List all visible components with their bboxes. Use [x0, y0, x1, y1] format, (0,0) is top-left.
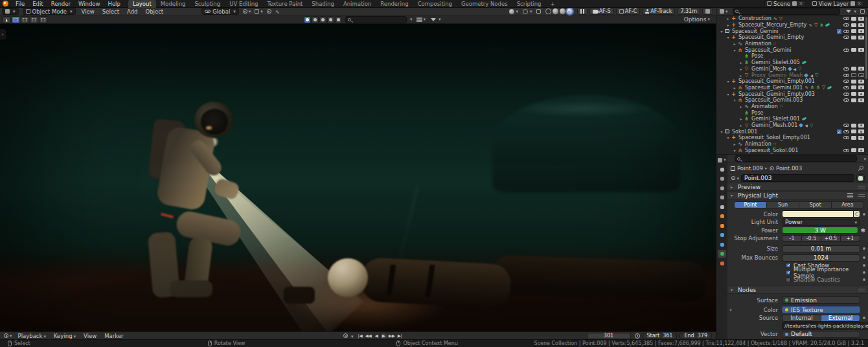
panel-menu-icon[interactable] [847, 193, 853, 197]
outliner-sync-icon[interactable] [858, 8, 867, 16]
disable-render-toggle[interactable] [858, 73, 864, 77]
af-continuous-button[interactable]: AF-C [616, 8, 641, 15]
collapse-arrow-icon[interactable]: ▸ [725, 16, 731, 21]
viewport-menu-view[interactable]: View [78, 8, 98, 16]
hide-eye-toggle[interactable] [843, 136, 849, 139]
filter-toggle-5[interactable] [335, 16, 342, 23]
outliner-row[interactable]: ▾⋔Spacesuit_Gemini [716, 47, 868, 53]
outliner-row[interactable]: ▾Spacesuit_Gemini [716, 28, 868, 34]
menu-help[interactable]: Help [104, 0, 124, 8]
light-extra-button[interactable] [856, 174, 865, 182]
ies-texture-node-button[interactable]: IES Texture [782, 306, 860, 313]
frame-start-field[interactable]: Start 361 [643, 333, 678, 339]
new-view-layer-icon[interactable] [851, 1, 855, 6]
select-box-tool-button[interactable] [12, 16, 20, 23]
properties-options-dropdown[interactable] [862, 155, 866, 162]
timeline-menu-keying[interactable]: Keying [50, 332, 80, 340]
hide-eye-toggle[interactable] [843, 49, 849, 52]
disable-viewport-toggle[interactable] [851, 29, 856, 33]
focus-distance-field[interactable]: 7.31m [677, 8, 700, 15]
viewport-search-input[interactable] [345, 16, 407, 23]
collapse-arrow-icon[interactable]: ▸ [738, 67, 744, 71]
light-type-tab-sun[interactable]: Sun [767, 201, 799, 208]
menu-edit[interactable]: Edit [29, 0, 47, 8]
properties-tab-output[interactable] [718, 185, 726, 192]
disable-viewport-toggle[interactable] [851, 48, 856, 52]
hide-eye-toggle[interactable] [843, 74, 849, 77]
stopwatch-icon[interactable] [635, 333, 640, 339]
preview-panel-header[interactable]: ▸Preview [727, 183, 868, 191]
breadcrumb-data[interactable]: Point.003 [776, 165, 802, 172]
animate-dot[interactable] [863, 247, 865, 250]
pause-button[interactable] [577, 8, 588, 15]
animate-dot[interactable] [863, 256, 865, 259]
light-unit-dropdown[interactable]: Power [782, 219, 860, 226]
source-external-button[interactable]: External [821, 315, 860, 322]
collapse-arrow-icon[interactable]: ▸ [732, 41, 737, 46]
outliner-row[interactable]: ▸∿Animation∷ [716, 41, 868, 47]
light-type-tab-point[interactable]: Point [734, 201, 767, 208]
light-name-field[interactable]: Point.003 [741, 174, 854, 182]
disable-viewport-toggle[interactable] [851, 136, 856, 140]
disable-render-toggle[interactable] [858, 124, 864, 128]
collapse-arrow-icon[interactable]: ▸ [738, 117, 744, 121]
disable-render-toggle[interactable] [858, 67, 864, 71]
mode-selector[interactable]: Object Mode [23, 8, 76, 15]
disable-render-toggle[interactable] [858, 23, 864, 27]
surface-node-button[interactable]: Emission [782, 297, 860, 304]
properties-tab-view-layer[interactable] [718, 194, 726, 201]
vector-node-button[interactable]: Default [782, 331, 860, 338]
workspace-tab-+[interactable]: + [545, 0, 559, 8]
view-layer-selector[interactable]: View Layer × [810, 0, 864, 7]
jump-start-button[interactable]: |◀ [357, 333, 364, 339]
outliner-row[interactable]: ▸⋔Gemini_Skelet.005 [716, 60, 868, 66]
jump-end-button[interactable]: ▶| [396, 333, 404, 339]
new-scene-icon[interactable] [792, 1, 797, 6]
funnel-filter-dropdown[interactable] [428, 16, 443, 23]
disable-viewport-toggle[interactable] [851, 85, 856, 89]
outliner-row[interactable]: ⋔Pose [716, 109, 868, 116]
viewport-menu-object[interactable]: Object [141, 8, 167, 16]
play-button[interactable]: ▶ [380, 333, 387, 339]
workspace-tab-scripting[interactable]: Scripting [512, 0, 546, 8]
expand-arrow-icon[interactable]: ▾ [719, 129, 724, 134]
collapse-arrow-icon[interactable]: ▸ [732, 85, 737, 90]
timeline-editor-type-button[interactable] [2, 332, 14, 340]
expand-arrow-icon[interactable]: ▾ [725, 79, 731, 84]
outliner-filter-dropdown[interactable] [843, 8, 858, 16]
toolbar-expand-handle[interactable]: ▸ [0, 29, 6, 39]
outliner-row[interactable]: ▸▽Proxy_Gemini_Mesh◀▽ [716, 72, 868, 78]
disable-viewport-toggle[interactable] [851, 129, 856, 133]
disable-viewport-toggle[interactable] [851, 148, 856, 152]
workspace-tab-layout[interactable]: Layout [128, 0, 156, 8]
ies-file-path-field[interactable]: //textures/ies-lights-pack/display.ies [782, 322, 868, 330]
disable-viewport-toggle[interactable] [851, 80, 856, 84]
3d-viewport[interactable]: ▸ [0, 24, 716, 331]
properties-editor-type-button[interactable] [718, 156, 726, 164]
stop-adjust-button[interactable]: +1 [841, 235, 860, 241]
scene-selector[interactable]: Scene × [764, 0, 806, 7]
outliner-row[interactable]: ⋔Pose [716, 53, 868, 60]
rendered-shading-button[interactable] [567, 8, 573, 14]
outliner-scrollbar[interactable] [865, 17, 867, 79]
checkbox-shadow-caustics[interactable] [786, 277, 791, 282]
outliner-row[interactable]: ▸▽Gemini_Mesh.001◀▽ [716, 122, 868, 129]
disable-render-toggle[interactable] [858, 85, 864, 89]
source-internal-button[interactable]: Internal [782, 315, 821, 322]
filter-toggle-4[interactable] [327, 16, 334, 23]
collection-checkbox[interactable] [837, 29, 841, 34]
disable-render-toggle[interactable] [858, 148, 864, 152]
select-intersect-tool-button[interactable] [39, 16, 47, 23]
animate-dot[interactable] [863, 271, 865, 274]
expand-arrow-icon[interactable]: ▾ [719, 29, 724, 34]
timeline-menu-view[interactable]: View [80, 332, 100, 340]
decorator-arrow-icon[interactable]: ▾ [727, 308, 734, 312]
properties-tab-texture[interactable] [718, 260, 726, 267]
outliner-row[interactable]: ▸+Spacesuit_Mercury_Empty∿▽⋔ [716, 22, 868, 28]
select-subtract-tool-button[interactable] [30, 16, 38, 23]
outliner-row[interactable]: ▾+Spacesuit_Gemini_Empty [716, 34, 868, 41]
collapse-arrow-icon[interactable]: ▸ [738, 104, 744, 109]
disable-render-toggle[interactable] [858, 80, 864, 84]
light-type-tab-area[interactable]: Area [832, 201, 864, 208]
disable-render-toggle[interactable] [858, 92, 864, 96]
